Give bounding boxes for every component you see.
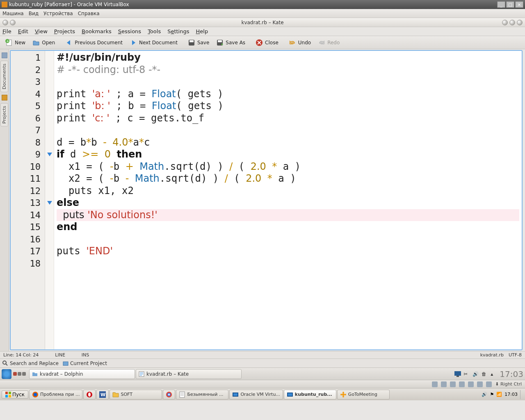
kate-menu-bar: File Edit View Projects Bookmarks Sessio… [0, 27, 525, 36]
svg-point-35 [345, 394, 346, 395]
svg-point-31 [342, 393, 345, 396]
vbox-icon [232, 391, 239, 398]
virtualbox-status-bar: ⬇ Right Ctrl [0, 380, 525, 388]
kate-maximize-icon[interactable] [509, 20, 515, 25]
win-task-7[interactable]: kubuntu_rub... [284, 390, 336, 399]
current-project-button[interactable]: Current Project [63, 361, 107, 366]
svg-point-32 [342, 392, 344, 393]
kde-task-dolphin[interactable]: kvadrat – Dolphin [29, 369, 135, 379]
kde-start-button[interactable] [2, 369, 11, 379]
chevron-up-icon[interactable]: ▴ [491, 371, 496, 377]
side-tab-projects[interactable]: Projects [0, 103, 8, 126]
minimize-button[interactable]: _ [497, 1, 505, 8]
svg-rect-14 [9, 392, 11, 394]
redo-button[interactable]: Redo [315, 38, 342, 48]
code-content[interactable]: #!/usr/bin/ruby # -*- coding: utf-8 -*- … [54, 51, 522, 349]
undo-button[interactable]: Undo [286, 38, 313, 48]
insert-mode[interactable]: INS [82, 352, 89, 358]
new-button[interactable]: + New [2, 38, 28, 48]
kde-system-tray: ✂ 🔊 🗑 ▴ 17:03 [454, 369, 523, 379]
status-encoding[interactable]: UTF-8 [509, 352, 522, 358]
menu-view[interactable]: View [35, 28, 48, 34]
win-task-0[interactable]: Проблема при ... [29, 390, 82, 399]
kde-clock[interactable]: 17:03 [500, 369, 523, 379]
save-icon [187, 39, 196, 47]
windows-clock[interactable]: 17:03 [504, 392, 518, 397]
volume-icon[interactable]: 🔊 [472, 371, 478, 377]
win-task-3[interactable]: SOFT [110, 390, 162, 399]
folder-icon [112, 391, 119, 398]
vb-mouse-icon[interactable] [486, 381, 492, 387]
tray-icon[interactable]: 🔊 [482, 392, 487, 397]
save-button[interactable]: Save [185, 38, 212, 48]
menu-help[interactable]: Help [196, 28, 208, 34]
kate-title-text: kvadrat.rb – Kate [241, 20, 283, 25]
status-filename: kvadrat.rb [480, 352, 504, 358]
kate-minimize-icon[interactable] [502, 20, 508, 25]
code-editor[interactable]: 123456789101112131415161718 #!/usr/bin/r… [10, 50, 523, 350]
kate-app-menu-icon[interactable] [2, 20, 8, 25]
project-icon [63, 361, 68, 366]
win-task-2[interactable]: W [96, 390, 109, 399]
menu-tools[interactable]: Tools [148, 28, 161, 34]
vb-cd-icon[interactable] [441, 381, 447, 387]
menu-sessions[interactable]: Sessions [118, 28, 141, 34]
search-replace-button[interactable]: Search and Replace [2, 361, 59, 366]
vb-shared-icon[interactable] [468, 381, 474, 387]
vb-menu-help[interactable]: Справка [78, 11, 100, 16]
win-task-8[interactable]: GoToMeeting [337, 390, 390, 399]
menu-settings[interactable]: Settings [167, 28, 189, 34]
kde-task-kate[interactable]: kvadrat.rb – Kate [136, 369, 242, 379]
vb-menu-view[interactable]: Вид [29, 11, 39, 16]
win-task-4[interactable] [163, 390, 175, 399]
win-task-5[interactable]: Безымянный ... [176, 390, 228, 399]
updates-icon[interactable]: 🗑 [482, 371, 487, 377]
new-icon: + [5, 39, 13, 47]
svg-text:W: W [100, 392, 105, 397]
menu-edit[interactable]: Edit [18, 28, 28, 34]
close-button[interactable]: ✕ [515, 1, 523, 8]
maximize-button[interactable]: □ [506, 1, 514, 8]
vbox-icon [287, 391, 293, 398]
display-icon[interactable] [454, 371, 460, 377]
kate-pin-icon[interactable] [10, 20, 16, 25]
close-doc-button[interactable]: Close [253, 38, 281, 48]
line-mode[interactable]: LINE [55, 352, 65, 358]
svg-rect-6 [218, 40, 222, 42]
side-tab-documents[interactable]: Documents [0, 61, 8, 92]
tray-icon[interactable]: ⚑ [490, 392, 494, 397]
save-as-button[interactable]: Save As [213, 38, 248, 48]
vb-hdd-icon[interactable] [432, 381, 438, 387]
tray-icon[interactable]: 📶 [496, 392, 502, 397]
fold-column [45, 51, 54, 349]
menu-file[interactable]: File [2, 28, 11, 34]
vb-hostkey: ⬇ Right Ctrl [495, 381, 522, 387]
menu-bookmarks[interactable]: Bookmarks [82, 28, 112, 34]
win-task-6[interactable]: Oracle VM Virtu... [229, 390, 283, 399]
windows-flag-icon [5, 392, 11, 397]
windows-taskbar: Пуск Проблема при ...WSOFTБезымянный ...… [0, 388, 525, 400]
vb-net-icon[interactable] [450, 381, 456, 387]
opera-icon [86, 391, 93, 398]
kde-pager[interactable] [13, 372, 26, 376]
windows-system-tray: 🔊 ⚑ 📶 17:03 [482, 390, 523, 399]
vb-menu-devices[interactable]: Устройства [43, 11, 73, 16]
svg-point-25 [168, 394, 170, 395]
vb-display-icon[interactable] [477, 381, 483, 387]
menu-projects[interactable]: Projects [54, 28, 75, 34]
clipboard-icon[interactable]: ✂ [463, 371, 469, 377]
svg-rect-9 [63, 362, 68, 365]
cursor-position: Line: 14 Col: 24 [3, 352, 39, 358]
windows-start-button[interactable]: Пуск [2, 390, 28, 399]
svg-point-8 [3, 361, 6, 364]
next-doc-button[interactable]: Next Document [127, 38, 180, 48]
svg-rect-26 [180, 392, 185, 397]
kate-close-icon[interactable] [517, 20, 523, 25]
firefox-icon [32, 391, 39, 398]
vb-menu-machine[interactable]: Машина [2, 11, 24, 16]
show-desktop[interactable] [520, 390, 523, 399]
prev-doc-button[interactable]: Previous Document [62, 38, 125, 48]
win-task-1[interactable] [83, 390, 96, 399]
open-button[interactable]: Open [30, 38, 57, 48]
vb-usb-icon[interactable] [459, 381, 465, 387]
